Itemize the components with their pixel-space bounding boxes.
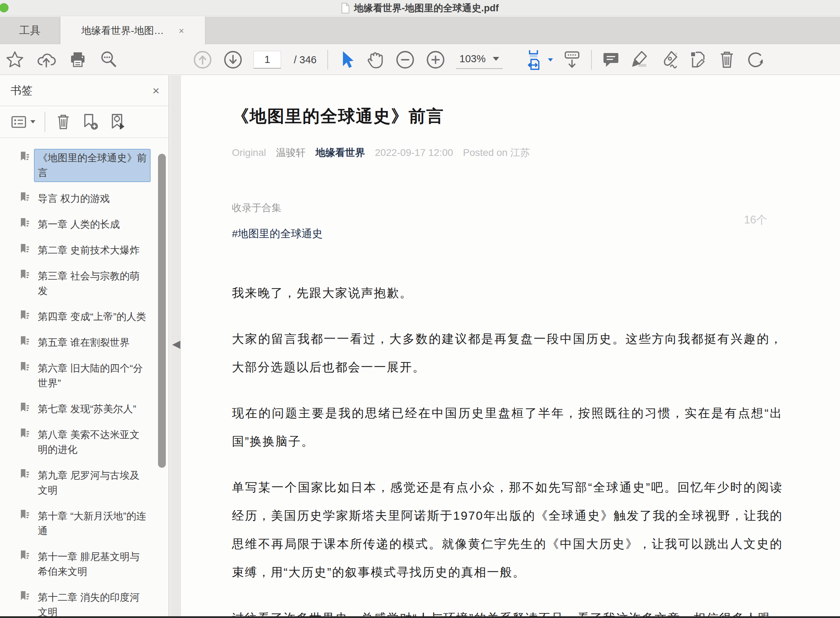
page-number-input[interactable]: 1 bbox=[254, 51, 281, 68]
chevron-down-icon bbox=[30, 120, 36, 123]
zoom-level-dropdown[interactable]: 103% bbox=[456, 51, 503, 69]
hide-toolbar-button[interactable] bbox=[562, 49, 582, 70]
window-title: 地缘看世界-地图里的全球通史.pdf bbox=[354, 2, 499, 15]
next-page-button[interactable] bbox=[223, 50, 243, 70]
collection-count: 16个 bbox=[744, 212, 767, 227]
rotate-page-button[interactable] bbox=[746, 50, 766, 70]
tab-bar: 工具 地缘看世界-地图… × bbox=[0, 16, 840, 44]
bookmarks-toolbar bbox=[0, 106, 169, 138]
bookmark-item-icon bbox=[20, 548, 30, 563]
go-to-bookmark-button[interactable] bbox=[109, 113, 127, 131]
print-button[interactable] bbox=[68, 50, 88, 70]
collection-tag-link[interactable]: #地图里的全球通史 bbox=[232, 227, 783, 241]
bookmark-item[interactable]: 《地图里的全球通史》前言 bbox=[20, 149, 156, 182]
chevron-down-icon bbox=[548, 58, 553, 61]
tab-tools[interactable]: 工具 bbox=[0, 16, 60, 44]
bookmark-item[interactable]: 第九章 尼罗河与古埃及文明 bbox=[20, 466, 156, 499]
bookmark-item-label: 第十二章 消失的印度河文明 bbox=[34, 588, 151, 616]
bookmark-options-dropdown[interactable] bbox=[10, 114, 36, 130]
comment-button[interactable] bbox=[601, 50, 621, 70]
signature-pen-button[interactable] bbox=[659, 50, 679, 70]
add-bookmark-button[interactable] bbox=[81, 113, 100, 131]
bookmark-item[interactable]: 第十章 “大新月沃地”的连通 bbox=[20, 507, 156, 540]
previous-page-button[interactable] bbox=[193, 50, 212, 70]
page-number-value: 1 bbox=[264, 54, 270, 65]
bookmark-item-icon bbox=[20, 267, 30, 282]
collection-block: 收录于合集 #地图里的全球通史 16个 bbox=[232, 201, 783, 241]
cloud-upload-button[interactable] bbox=[36, 50, 56, 70]
bookmark-item[interactable]: 第四章 变成“上帝”的人类 bbox=[20, 308, 156, 326]
bookmark-item[interactable]: 第七章 发现“苏美尔人” bbox=[20, 400, 156, 418]
bookmark-item-label: 第八章 美索不达米亚文明的进化 bbox=[34, 426, 151, 459]
bookmark-item-icon bbox=[20, 426, 30, 441]
bookmark-list: 《地图里的全球通史》前言 导言 权力的游戏 第一章 人类的长成 第二章 史前技术… bbox=[0, 143, 156, 616]
page-total-label: / 346 bbox=[294, 54, 317, 66]
bookmark-item[interactable]: 第六章 旧大陆的四个“分世界” bbox=[20, 359, 156, 392]
meta-account[interactable]: 地缘看世界 bbox=[315, 146, 365, 159]
delete-page-button[interactable] bbox=[717, 50, 737, 70]
article-title: 《地图里的全球通史》前言 bbox=[232, 105, 783, 128]
bookmarks-close-icon[interactable]: × bbox=[152, 84, 159, 98]
search-button[interactable] bbox=[99, 50, 119, 70]
article-paragraph: 单写某一个国家比如日本，感觉还是有点小众，那不如先写部“全球通史”吧。回忆年少时… bbox=[232, 473, 783, 586]
zoom-in-button[interactable] bbox=[426, 50, 445, 70]
delete-bookmark-button[interactable] bbox=[55, 113, 72, 131]
bookmark-item-icon bbox=[20, 149, 30, 164]
tab-tools-label: 工具 bbox=[19, 23, 41, 38]
bookmark-item-label: 第九章 尼罗河与古埃及文明 bbox=[34, 466, 151, 499]
bookmark-item[interactable]: 第八章 美索不达米亚文明的进化 bbox=[20, 426, 156, 459]
bookmark-item-label: 第五章 谁在割裂世界 bbox=[34, 333, 134, 352]
article-body: 我来晚了，先跟大家说声抱歉。 大家的留言我都一一看过，大多数的建议都是再复盘一段… bbox=[232, 279, 783, 616]
window-titlebar: 地缘看世界-地图里的全球通史.pdf bbox=[0, 0, 840, 16]
bookmarks-panel: 书签 × 《地图里的全球通史》前言 bbox=[0, 75, 169, 616]
toolbar-divider bbox=[591, 50, 592, 70]
article-meta: Original 温骏轩 地缘看世界 2022-09-17 12:00 Post… bbox=[232, 146, 783, 159]
bookmark-item[interactable]: 第二章 史前技术大爆炸 bbox=[20, 241, 156, 260]
pdf-page: 《地图里的全球通史》前言 Original 温骏轩 地缘看世界 2022-09-… bbox=[181, 75, 840, 616]
fill-and-sign-button[interactable] bbox=[688, 50, 708, 70]
bookmark-item-icon bbox=[20, 215, 30, 230]
bookmark-item-label: 第四章 变成“上帝”的人类 bbox=[34, 308, 150, 326]
bookmark-item-label: 第三章 社会与宗教的萌发 bbox=[34, 267, 151, 300]
fit-width-dropdown[interactable] bbox=[527, 49, 553, 71]
sidebar-scrollbar-thumb[interactable] bbox=[158, 154, 166, 468]
bookmark-item-label: 《地图里的全球通史》前言 bbox=[34, 149, 151, 182]
bookmarks-title: 书签 bbox=[10, 83, 33, 98]
collection-label: 收录于合集 bbox=[232, 201, 783, 215]
bookmark-item-icon bbox=[20, 333, 30, 348]
toolbar-divider bbox=[327, 50, 328, 70]
meta-original-badge: Original bbox=[232, 147, 266, 158]
main-toolbar: 1 / 346 103% bbox=[0, 45, 840, 75]
bookmark-item-label: 第十一章 腓尼基文明与希伯来文明 bbox=[34, 548, 151, 581]
article-paragraph: 现在的问题主要是我的思绪已经在中国历史里盘桓了半年，按照既往的习惯，实在是有点想… bbox=[232, 399, 783, 455]
bookmark-item[interactable]: 第三章 社会与宗教的萌发 bbox=[20, 267, 156, 300]
bookmark-item-icon bbox=[20, 588, 30, 603]
zoom-out-button[interactable] bbox=[395, 50, 415, 70]
bookmark-item-label: 第七章 发现“苏美尔人” bbox=[34, 400, 140, 418]
bookmark-item[interactable]: 第十一章 腓尼基文明与希伯来文明 bbox=[20, 548, 156, 581]
bookmark-item-label: 第二章 史前技术大爆炸 bbox=[34, 241, 144, 260]
bookmark-item[interactable]: 第五章 谁在割裂世界 bbox=[20, 333, 156, 352]
hand-tool-button[interactable] bbox=[365, 50, 384, 70]
bookmark-item-label: 第一章 人类的长成 bbox=[34, 215, 124, 234]
document-file-icon bbox=[341, 3, 350, 13]
highlight-button[interactable] bbox=[630, 50, 650, 70]
sidebar-collapse-button[interactable]: ◀ bbox=[172, 339, 180, 349]
bookmark-item[interactable]: 第一章 人类的长成 bbox=[20, 215, 156, 234]
window-bottom-edge bbox=[0, 616, 840, 618]
bookmark-item-icon bbox=[20, 190, 30, 204]
bookmark-item-icon bbox=[20, 308, 30, 322]
tab-document[interactable]: 地缘看世界-地图… × bbox=[61, 16, 205, 45]
chevron-down-icon bbox=[493, 57, 499, 61]
select-tool-button[interactable] bbox=[339, 50, 354, 70]
bookmark-item-icon bbox=[20, 466, 30, 481]
meta-author[interactable]: 温骏轩 bbox=[276, 146, 306, 159]
article-paragraph: 大家的留言我都一一看过，大多数的建议都是再复盘一段中国历史。这些方向我都挺有兴趣… bbox=[232, 325, 783, 381]
star-favorite-button[interactable] bbox=[5, 50, 25, 70]
bookmark-item[interactable]: 导言 权力的游戏 bbox=[20, 190, 156, 208]
bookmark-item[interactable]: 第十二章 消失的印度河文明 bbox=[20, 588, 156, 616]
tab-close-icon[interactable]: × bbox=[179, 26, 184, 36]
bookmark-item-icon bbox=[20, 359, 30, 374]
pdf-viewer-window: 地缘看世界-地图里的全球通史.pdf 工具 地缘看世界-地图… × bbox=[0, 0, 840, 618]
sidebar-toolbar-divider bbox=[45, 112, 45, 132]
